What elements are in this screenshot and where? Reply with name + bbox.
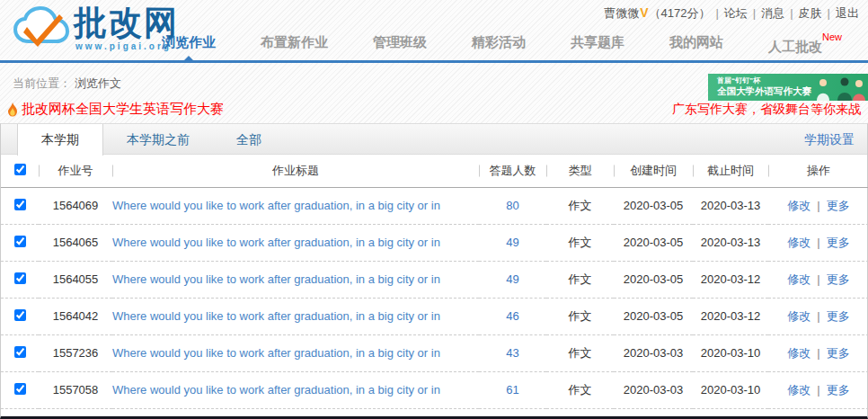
separator: | — [753, 6, 756, 20]
assignment-title-link[interactable]: Where would you like to work after gradu… — [112, 309, 440, 323]
contest-ad-banner[interactable]: 首届“钉钉”杯 全国大学外语写作大赛 — [708, 74, 868, 101]
answer-count[interactable]: 61 — [479, 371, 546, 408]
row-select-cell — [1, 334, 39, 371]
assignment-title-link[interactable]: Where would you like to work after gradu… — [112, 383, 440, 397]
row-actions-cell: 修改|更多 — [768, 298, 868, 334]
row-select-cell — [1, 224, 39, 261]
more-link[interactable]: 更多 — [827, 199, 850, 212]
due-date: 2020-03-12 — [693, 298, 768, 334]
table-row: 1564055Where would you like to work afte… — [1, 261, 868, 298]
more-link[interactable]: 更多 — [827, 346, 850, 360]
user-bar-link-0[interactable]: 论坛 — [724, 6, 748, 20]
assignments-tbody: 1564069Where would you like to work afte… — [1, 187, 868, 408]
nav-item-6[interactable]: 人工批改New — [746, 29, 864, 60]
assignment-title-cell: Where would you like to work after gradu… — [112, 224, 479, 261]
user-score: （4172分） — [650, 6, 711, 20]
cloud-check-logo-icon — [13, 5, 70, 52]
row-actions-cell: 修改|更多 — [768, 261, 868, 298]
assignment-type: 作文 — [546, 371, 614, 408]
assignment-title-cell: Where would you like to work after gradu… — [112, 187, 479, 224]
new-badge: New — [822, 31, 842, 42]
row-checkbox[interactable] — [14, 199, 26, 210]
assignment-type: 作文 — [546, 334, 614, 371]
row-checkbox[interactable] — [14, 383, 26, 395]
page-header: 批改网 www.pigai.org 曹微微V（4172分）|论坛|消息|皮肤|退… — [0, 0, 868, 63]
answer-count[interactable]: 49 — [479, 261, 546, 298]
created-date: 2020-03-05 — [614, 298, 693, 334]
answer-count[interactable]: 49 — [479, 224, 546, 261]
edit-link[interactable]: 修改 — [787, 199, 810, 212]
separator: | — [817, 309, 819, 323]
row-select-cell — [1, 371, 39, 408]
row-actions-cell: 修改|更多 — [768, 371, 868, 408]
assignment-type: 作文 — [546, 224, 614, 261]
row-select-cell — [1, 261, 39, 298]
tab-2[interactable]: 全部 — [213, 124, 285, 154]
assignment-title-link[interactable]: Where would you like to work after gradu… — [112, 236, 440, 249]
column-header-4: 创建时间 — [614, 155, 693, 187]
row-checkbox[interactable] — [14, 346, 26, 358]
active-nav-arrow-icon — [183, 56, 194, 61]
column-header-6: 操作 — [768, 155, 868, 187]
assignment-title-link[interactable]: Where would you like to work after gradu… — [112, 199, 440, 212]
answer-count[interactable]: 43 — [479, 334, 546, 371]
due-date: 2020-03-13 — [693, 224, 768, 261]
assignment-title-cell: Where would you like to work after gradu… — [112, 261, 479, 298]
select-all-checkbox[interactable] — [14, 164, 26, 175]
nav-item-5[interactable]: 我的网站 — [647, 29, 746, 60]
user-bar-link-2[interactable]: 皮肤 — [799, 6, 822, 20]
created-date: 2020-03-03 — [614, 334, 693, 371]
row-checkbox[interactable] — [14, 236, 26, 247]
created-date: 2020-03-05 — [614, 224, 693, 261]
more-link[interactable]: 更多 — [827, 236, 850, 249]
separator: | — [790, 6, 793, 20]
edit-link[interactable]: 修改 — [787, 272, 810, 286]
due-date: 2020-03-12 — [693, 261, 768, 298]
table-row: 1564042Where would you like to work afte… — [1, 298, 868, 334]
nav-item-1[interactable]: 布置新作业 — [238, 29, 350, 60]
username-link[interactable]: 曹微微 — [604, 6, 639, 20]
assignment-id: 1564055 — [39, 261, 112, 298]
answer-count[interactable]: 80 — [479, 187, 546, 224]
user-bar-link-1[interactable]: 消息 — [761, 6, 784, 20]
row-checkbox[interactable] — [14, 272, 26, 284]
edit-link[interactable]: 修改 — [787, 236, 810, 249]
semester-settings-link[interactable]: 学期设置 — [804, 124, 855, 155]
more-link[interactable]: 更多 — [827, 309, 850, 323]
answer-count[interactable]: 46 — [479, 298, 546, 334]
tab-0[interactable]: 本学期 — [17, 124, 103, 156]
table-row: 1564065Where would you like to work afte… — [1, 224, 868, 261]
main-nav: 浏览作业布置新作业管理班级精彩活动共享题库我的网站人工批改New — [139, 29, 864, 60]
assignment-id: 1564042 — [39, 298, 112, 334]
row-select-cell — [1, 298, 39, 334]
row-checkbox[interactable] — [14, 309, 26, 321]
vip-badge-icon: V — [640, 5, 648, 20]
table-row: 1557058Where would you like to work afte… — [1, 371, 868, 408]
nav-item-2[interactable]: 管理班级 — [350, 29, 449, 60]
assignments-table: 作业号作业标题答题人数类型创建时间截止时间操作 1564069Where wou… — [1, 155, 868, 409]
edit-link[interactable]: 修改 — [787, 309, 810, 323]
regional-contest-link[interactable]: 广东写作大赛，省级舞台等你来战 — [672, 102, 861, 118]
assignment-type: 作文 — [546, 187, 614, 224]
assignment-title-link[interactable]: Where would you like to work after gradu… — [112, 272, 440, 286]
assignment-title-link[interactable]: Where would you like to work after gradu… — [112, 346, 440, 360]
assignment-id: 1564069 — [39, 187, 112, 224]
nav-item-3[interactable]: 精彩活动 — [449, 29, 548, 60]
assignments-panel: 本学期本学期之前全部学期设置 作业号作业标题答题人数类型创建时间截止时间操作 1… — [0, 123, 868, 419]
edit-link[interactable]: 修改 — [787, 383, 810, 397]
assignment-type: 作文 — [546, 298, 614, 334]
row-actions-cell: 修改|更多 — [768, 187, 868, 224]
nav-item-0[interactable]: 浏览作业 — [139, 29, 238, 60]
more-link[interactable]: 更多 — [827, 383, 850, 397]
nav-item-4[interactable]: 共享题库 — [548, 29, 647, 60]
more-link[interactable]: 更多 — [827, 272, 850, 286]
tab-1[interactable]: 本学期之前 — [103, 124, 213, 154]
contest-announcement-link[interactable]: 批改网杯全国大学生英语写作大赛 — [5, 101, 224, 118]
contest-announcement-text: 批改网杯全国大学生英语写作大赛 — [22, 101, 224, 118]
edit-link[interactable]: 修改 — [787, 346, 810, 360]
row-actions-cell: 修改|更多 — [768, 224, 868, 261]
assignment-id: 1557236 — [39, 334, 112, 371]
created-date: 2020-03-05 — [614, 261, 693, 298]
user-bar-link-3[interactable]: 退出 — [836, 6, 859, 20]
column-header-1: 作业标题 — [112, 155, 479, 187]
